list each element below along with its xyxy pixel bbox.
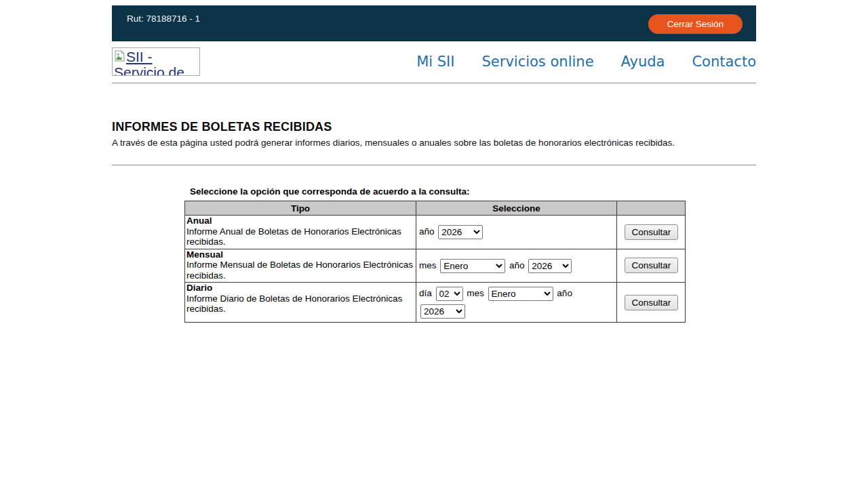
diario-mes-select[interactable]: Enero — [488, 287, 553, 301]
mensual-ano-select[interactable]: 2026 — [528, 259, 572, 273]
broken-image-icon — [114, 50, 125, 64]
diario-tipo-cell: Diario Informe Diario de Boletas de Hono… — [185, 283, 416, 323]
page-container: Rut: 78188716 - 1 Cerrar Sesión SII - Se… — [112, 5, 756, 323]
mensual-consultar-button[interactable]: Consultar — [625, 258, 678, 273]
diario-select-cell: día 02 mes Enero año 2026 — [416, 283, 617, 323]
rut-label: Rut: 78188716 - 1 — [127, 5, 200, 41]
nav-servicios-online[interactable]: Servicios online — [482, 54, 594, 70]
diario-ano-select[interactable]: 2026 — [420, 304, 465, 319]
content-divider — [112, 165, 756, 165]
main-nav: Mi SII Servicios online Ayuda Contacto — [416, 54, 756, 70]
page-title: INFORMES DE BOLETAS RECIBIDAS — [112, 120, 756, 134]
anual-type-label: Anual — [186, 216, 212, 226]
mensual-tipo-cell: Mensual Informe Mensual de Boletas de Ho… — [185, 249, 416, 283]
nav-ayuda[interactable]: Ayuda — [621, 54, 665, 70]
table-row-diario: Diario Informe Diario de Boletas de Hono… — [185, 283, 686, 323]
table-caption: Seleccione la opción que corresponda de … — [190, 186, 756, 197]
consulta-section: Seleccione la opción que corresponda de … — [184, 186, 756, 323]
mensual-select-cell: mes Enero año 2026 — [416, 249, 617, 283]
diario-ano-label: año — [557, 288, 572, 298]
table-row-mensual: Mensual Informe Mensual de Boletas de Ho… — [185, 249, 686, 283]
diario-type-label: Diario — [186, 283, 212, 293]
logout-button[interactable]: Cerrar Sesión — [648, 14, 743, 34]
diario-dia-label: día — [419, 288, 432, 298]
mensual-type-label: Mensual — [186, 249, 223, 260]
anual-select-cell: año 2026 — [416, 216, 617, 249]
site-header: SII - Servicio de Mi SII Servicios onlin… — [112, 41, 756, 83]
table-row-anual: Anual Informe Anual de Boletas de Honora… — [185, 216, 686, 249]
diario-button-cell: Consultar — [617, 283, 686, 323]
anual-button-cell: Consultar — [617, 216, 686, 249]
header-tipo: Tipo — [185, 201, 416, 216]
anual-tipo-cell: Anual Informe Anual de Boletas de Honora… — [185, 216, 416, 249]
sii-logo-broken-image[interactable]: SII - Servicio de — [112, 47, 200, 76]
nav-contacto[interactable]: Contacto — [692, 54, 756, 70]
mensual-mes-select[interactable]: Enero — [440, 259, 505, 273]
page-description: A través de esta página usted podrá gene… — [112, 138, 756, 148]
session-topbar: Rut: 78188716 - 1 Cerrar Sesión — [112, 5, 756, 41]
diario-mes-label: mes — [467, 288, 484, 298]
nav-mi-sii[interactable]: Mi SII — [416, 54, 454, 70]
anual-ano-label: año — [419, 226, 435, 237]
header-seleccione: Seleccione — [416, 201, 617, 216]
mensual-description: Informe Mensual de Boletas de Honorarios… — [186, 260, 413, 281]
diario-dia-select[interactable]: 02 — [436, 287, 463, 301]
mensual-button-cell: Consultar — [617, 249, 686, 283]
consulta-table: Tipo Seleccione Anual Informe Anual de B… — [184, 201, 686, 323]
anual-consultar-button[interactable]: Consultar — [625, 224, 678, 240]
anual-description: Informe Anual de Boletas de Honorarios E… — [186, 226, 401, 247]
header-empty — [617, 201, 686, 216]
anual-ano-select[interactable]: 2026 — [438, 225, 483, 239]
table-header-row: Tipo Seleccione — [185, 201, 686, 216]
diario-consultar-button[interactable]: Consultar — [625, 295, 678, 310]
mensual-ano-label: año — [509, 260, 525, 270]
diario-description: Informe Diario de Boletas de Honorarios … — [186, 293, 402, 314]
mensual-mes-label: mes — [419, 260, 437, 270]
